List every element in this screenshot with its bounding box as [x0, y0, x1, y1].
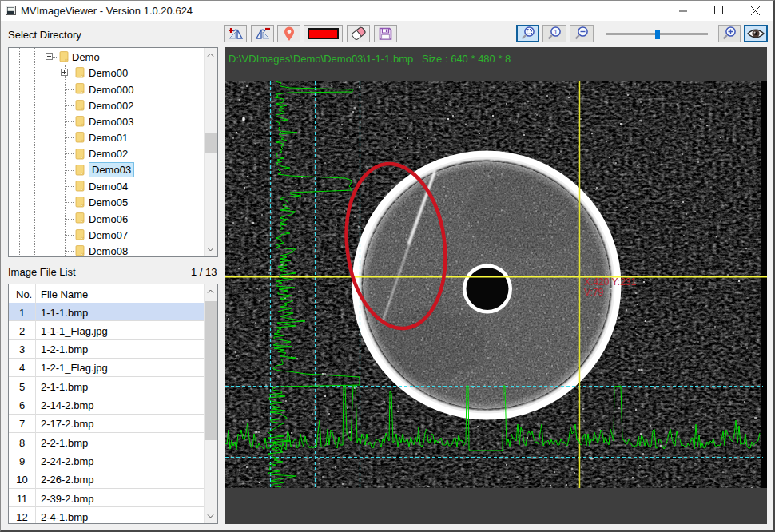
- svg-text:1: 1: [554, 28, 558, 36]
- svg-text:X:420 Y:231: X:420 Y:231: [584, 276, 637, 288]
- svg-text:V:79: V:79: [584, 287, 604, 298]
